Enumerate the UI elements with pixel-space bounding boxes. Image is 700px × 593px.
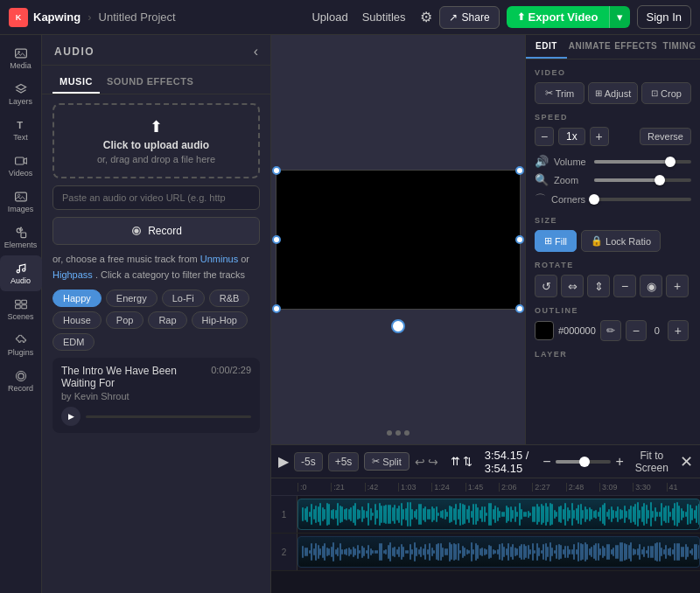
tab-animate[interactable]: ANIMATE bbox=[567, 35, 612, 59]
panel-title: AUDIO bbox=[54, 45, 94, 58]
speed-minus-button[interactable]: − bbox=[535, 127, 554, 146]
handle-ml[interactable] bbox=[272, 235, 281, 244]
handle-mr[interactable] bbox=[515, 235, 524, 244]
flip-h-button[interactable]: ⇔ bbox=[561, 275, 584, 297]
handle-tr[interactable] bbox=[515, 166, 524, 175]
rotate-dot-button[interactable]: ◉ bbox=[640, 275, 662, 297]
zoom-out-button[interactable]: − bbox=[542, 454, 550, 470]
undo-button[interactable]: ↩ bbox=[415, 455, 425, 469]
volume-slider-thumb[interactable] bbox=[665, 157, 676, 167]
signin-button[interactable]: Sign In bbox=[637, 5, 691, 29]
track-artist: by Kevin Shrout bbox=[61, 391, 211, 401]
redo-button[interactable]: ↪ bbox=[428, 455, 438, 469]
track-item[interactable]: The Intro We Have Been Waiting For by Ke… bbox=[52, 358, 260, 433]
outline-pencil-button[interactable]: ✏ bbox=[600, 320, 621, 341]
adjust-button[interactable]: ⊞ Adjust bbox=[588, 82, 638, 104]
unminus-link[interactable]: Unminus bbox=[200, 254, 238, 264]
tab-music[interactable]: MUSIC bbox=[52, 73, 100, 94]
trim-button[interactable]: ✂ Trim bbox=[535, 82, 584, 104]
split-button[interactable]: ✂Split bbox=[364, 452, 409, 471]
export-button[interactable]: ⬆ Export Video bbox=[507, 6, 609, 28]
export-dropdown-button[interactable]: ▾ bbox=[609, 6, 630, 28]
outline-color-swatch[interactable] bbox=[535, 321, 554, 340]
url-input[interactable] bbox=[52, 185, 260, 210]
sidebar-item-layers[interactable]: Layers bbox=[0, 76, 42, 112]
skip-forward-button[interactable]: +5s bbox=[328, 452, 360, 471]
upload-button[interactable]: Upload bbox=[312, 10, 347, 24]
handle-bl[interactable] bbox=[272, 304, 281, 313]
outline-value: 0 bbox=[651, 325, 663, 336]
close-timeline-button[interactable]: ✕ bbox=[680, 452, 693, 471]
svg-point-15 bbox=[16, 371, 25, 380]
rotate-handle[interactable]: ↻ bbox=[391, 319, 405, 333]
handle-br[interactable] bbox=[515, 304, 524, 313]
sidebar-item-videos[interactable]: Videos bbox=[0, 148, 42, 184]
upload-text: Click to upload audio bbox=[66, 139, 246, 151]
flip-v-button[interactable]: ⇕ bbox=[587, 275, 610, 297]
svg-point-17 bbox=[135, 228, 139, 233]
genre-happy[interactable]: Happy bbox=[52, 290, 102, 307]
video-canvas[interactable]: ↻ bbox=[276, 170, 521, 310]
timeline-zoom-slider[interactable] bbox=[556, 460, 612, 464]
genre-pop[interactable]: Pop bbox=[106, 311, 144, 329]
track-lane-2: 2 const bars2 = []; for(let i=0;i<200;i+… bbox=[271, 534, 700, 571]
sidebar-item-scenes[interactable]: Scenes bbox=[0, 291, 42, 327]
track-time: 0:00/2:29 bbox=[211, 365, 251, 375]
fit-to-screen-button[interactable]: Fit to Screen bbox=[628, 450, 676, 474]
tab-edit[interactable]: EDIT bbox=[526, 35, 567, 59]
genre-rap[interactable]: Rap bbox=[148, 311, 186, 329]
speed-plus-button[interactable]: + bbox=[590, 127, 609, 146]
outline-plus-button[interactable]: + bbox=[668, 320, 689, 341]
corners-slider-thumb[interactable] bbox=[589, 194, 599, 205]
zoom-slider-thumb[interactable] bbox=[654, 175, 665, 185]
subtitles-button[interactable]: Subtitles bbox=[362, 10, 406, 24]
reverse-button[interactable]: Reverse bbox=[640, 128, 691, 145]
panel-collapse-button[interactable]: ‹ bbox=[254, 44, 258, 59]
tab-effects[interactable]: EFFECTS bbox=[612, 35, 659, 59]
genre-hiphop[interactable]: Hip-Hop bbox=[192, 311, 248, 329]
genre-house[interactable]: House bbox=[52, 311, 102, 329]
tab-timing[interactable]: TIMING bbox=[659, 35, 700, 59]
sidebar-item-record[interactable]: Record bbox=[0, 363, 42, 399]
settings-icon[interactable]: ⚙ bbox=[420, 9, 432, 25]
lock-ratio-button[interactable]: 🔒 Lock Ratio bbox=[581, 230, 661, 252]
highpass-link[interactable]: Highpass bbox=[52, 269, 93, 280]
zoom-in-button[interactable]: + bbox=[615, 454, 623, 470]
upload-sub: or, drag and drop a file here bbox=[66, 154, 246, 164]
rotate-plus-button[interactable]: + bbox=[666, 275, 689, 297]
track-lanes: 1 // Generate waveform bars inline const… bbox=[271, 496, 700, 593]
play-button[interactable]: ▶ bbox=[278, 453, 289, 470]
rotate-ccw-button[interactable]: ↺ bbox=[535, 275, 557, 297]
outline-color-value: #000000 bbox=[558, 325, 596, 336]
track-name: The Intro We Have Been Waiting For bbox=[61, 365, 211, 389]
svg-rect-11 bbox=[21, 300, 26, 303]
handle-tl[interactable] bbox=[272, 166, 281, 175]
genre-energy[interactable]: Energy bbox=[106, 290, 158, 307]
track-play-button[interactable]: ▶ bbox=[61, 407, 80, 426]
record-button[interactable]: Record bbox=[52, 217, 260, 245]
sidebar-item-elements[interactable]: Elements bbox=[0, 220, 42, 255]
upload-area[interactable]: ⬆ Click to upload audio or, drag and dro… bbox=[52, 103, 260, 178]
svg-rect-10 bbox=[15, 300, 20, 303]
sidebar-item-text[interactable]: T Text bbox=[0, 112, 42, 148]
canvas-viewport: ↻ bbox=[271, 35, 525, 444]
genre-rnb[interactable]: R&B bbox=[209, 290, 250, 307]
sidebar-item-media[interactable]: Media bbox=[0, 40, 42, 76]
genre-edm[interactable]: EDM bbox=[52, 333, 94, 351]
sidebar-item-plugins[interactable]: Plugins bbox=[0, 327, 42, 363]
tab-sound-effects[interactable]: SOUND EFFECTS bbox=[100, 73, 200, 94]
track-clip-2[interactable]: const bars2 = []; for(let i=0;i<200;i++)… bbox=[298, 536, 700, 568]
fill-button[interactable]: ⊞ Fill bbox=[535, 230, 577, 252]
genre-lofi[interactable]: Lo-Fi bbox=[162, 290, 205, 307]
crop-button[interactable]: ⊡ Crop bbox=[641, 82, 691, 104]
skip-back-button[interactable]: -5s bbox=[294, 452, 323, 471]
share-button[interactable]: ↗ Share bbox=[439, 6, 500, 29]
app-logo[interactable]: K Kapwing bbox=[9, 8, 80, 27]
outline-minus-button[interactable]: − bbox=[626, 320, 647, 341]
rotate-minus-button[interactable]: − bbox=[613, 275, 636, 297]
sidebar-item-images[interactable]: Images bbox=[0, 184, 42, 220]
svg-text:T: T bbox=[17, 120, 23, 130]
track-clip-1[interactable]: // Generate waveform bars inline const b… bbox=[298, 499, 700, 530]
volume-label: Volume bbox=[554, 157, 589, 167]
sidebar-item-audio[interactable]: Audio bbox=[0, 255, 42, 291]
